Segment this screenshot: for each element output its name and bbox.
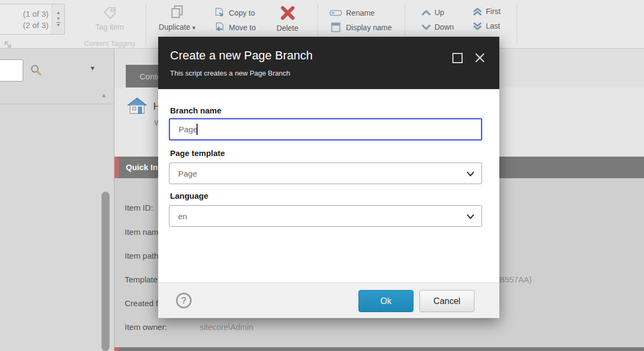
- copy-to-icon: [214, 7, 225, 18]
- chevron-up-icon: [422, 10, 431, 16]
- qi-label-template: Template:: [125, 275, 160, 284]
- delete-label: Delete: [267, 24, 308, 32]
- display-name-button[interactable]: Display name: [329, 22, 392, 33]
- spinner-down-icon[interactable]: ▼: [56, 16, 60, 22]
- tag-icon: [102, 5, 117, 21]
- rename-button[interactable]: Rename: [329, 7, 375, 18]
- qi-label-item-path: Item path:: [125, 251, 161, 260]
- close-icon[interactable]: [474, 52, 485, 63]
- up-label: Up: [435, 8, 444, 17]
- tree-scrollbar-thumb[interactable]: [101, 192, 110, 351]
- duplicate-button[interactable]: Duplicate ▾: [155, 4, 199, 31]
- section-accent-bar: [114, 157, 119, 178]
- chevron-down-icon: ▾: [192, 24, 195, 31]
- tag-item-label: Tag item: [78, 23, 141, 31]
- qi-value-template-fragment: B557AA}: [499, 275, 532, 284]
- group-label-content-tagging: Content Tagging: [78, 39, 141, 48]
- double-chevron-up-icon: [473, 8, 482, 16]
- duplicate-icon: [169, 4, 185, 21]
- language-label: Language: [170, 191, 208, 200]
- copy-to-button[interactable]: Copy to: [214, 7, 255, 18]
- display-name-icon: [329, 22, 342, 33]
- spinner-last-icon[interactable]: ▼: [56, 22, 60, 28]
- scroll-up-icon[interactable]: ▲: [101, 92, 107, 98]
- search-icon[interactable]: [30, 64, 43, 79]
- content-tree-sidebar: ▼ ▲: [0, 49, 114, 351]
- page-template-label: Page template: [170, 148, 225, 158]
- ribbon-divider: [146, 3, 146, 45]
- up-button[interactable]: Up: [422, 8, 444, 17]
- search-dropdown-icon[interactable]: ▼: [90, 65, 96, 71]
- spinner-row-1: (1 of 3): [0, 9, 49, 18]
- dialog-title: Create a new Page Branch: [170, 49, 313, 63]
- chevron-down-icon: [422, 24, 431, 30]
- tag-item-button[interactable]: Tag item: [78, 5, 141, 31]
- last-button[interactable]: Last: [473, 22, 500, 30]
- double-chevron-down-icon: [473, 22, 482, 30]
- section-accent-bar: [114, 347, 119, 351]
- branch-name-label: Branch name: [170, 106, 221, 115]
- dialog-subtitle: This script creates a new Page Branch: [170, 69, 290, 77]
- qi-label-item-owner: Item owner:: [125, 322, 167, 332]
- ribbon-divider: [517, 3, 517, 45]
- create-page-branch-dialog: Create a new Page Branch This script cre…: [158, 37, 499, 318]
- rename-icon: [329, 7, 342, 18]
- rename-label: Rename: [346, 9, 375, 17]
- ok-button[interactable]: Ok: [358, 290, 413, 312]
- text-caret: [196, 124, 198, 135]
- help-icon[interactable]: ?: [176, 293, 192, 308]
- home-icon: [127, 96, 147, 119]
- last-label: Last: [486, 22, 500, 30]
- qi-label-item-id: Item ID:: [125, 203, 153, 212]
- dialog-header: Create a new Page Branch This script cre…: [158, 37, 499, 89]
- maximize-icon[interactable]: [452, 53, 463, 63]
- display-name-label: Display name: [346, 23, 392, 32]
- spinner-up-icon[interactable]: ▲: [56, 10, 60, 16]
- cancel-button[interactable]: Cancel: [419, 290, 474, 312]
- delete-button[interactable]: Delete: [267, 4, 308, 32]
- spinner-row-2: (2 of 3): [0, 21, 49, 30]
- first-label: First: [486, 7, 500, 16]
- first-button[interactable]: First: [473, 7, 500, 16]
- page-template-select[interactable]: Page: [169, 163, 482, 184]
- qi-value-item-owner: sitecore\Admin: [200, 322, 253, 332]
- move-to-label: Move to: [229, 23, 256, 32]
- search-input[interactable]: [0, 59, 23, 82]
- duplicate-label: Duplicate: [159, 23, 190, 31]
- language-select[interactable]: en: [169, 205, 482, 227]
- move-to-icon: [214, 22, 225, 33]
- move-to-button[interactable]: Move to: [214, 22, 256, 33]
- sidebar-divider: [0, 104, 114, 104]
- delete-icon: [279, 4, 296, 22]
- branch-name-input[interactable]: [169, 118, 482, 140]
- down-button[interactable]: Down: [422, 23, 454, 31]
- version-spinner[interactable]: (1 of 3) (2 of 3) ▲ ▼ ▼: [0, 4, 65, 35]
- down-label: Down: [435, 23, 454, 31]
- dialog-footer: ? Ok Cancel: [158, 282, 499, 318]
- copy-to-label: Copy to: [229, 9, 255, 17]
- next-section-header[interactable]: [114, 347, 644, 351]
